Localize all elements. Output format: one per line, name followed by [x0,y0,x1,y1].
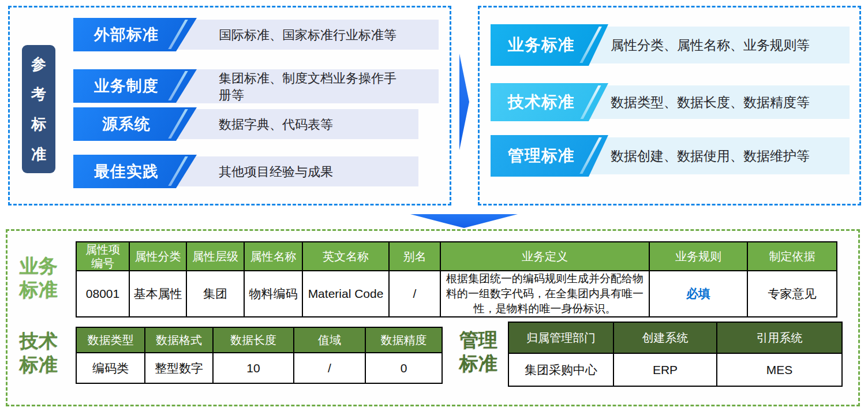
column-header: 归属管理部门 [508,322,613,353]
column-header: 制定依据 [747,242,837,271]
reference-row-label: 最佳实践 [94,161,159,182]
table-cell: / [294,353,365,383]
table-row: 编码类 整型数字 10 / 0 [76,353,442,383]
standards-slide: 参考标准 国际标准、国家标准行业标准等 外部标准 集团标准、制度文档业务操作手册… [0,0,868,411]
category-row-label: 管理标准 [508,145,575,167]
column-header: 别名 [389,242,440,271]
table-cell: 整型数字 [145,353,213,383]
reference-row-badge: 最佳实践 [73,155,197,188]
reference-row-source-system: 数据字典、代码表等 源系统 [10,107,450,141]
category-row-badge: 管理标准 [491,135,608,177]
table-row: 08001 基本属性 集团 物料编码 Material Code / 根据集团统… [76,271,837,317]
table-header-row: 归属管理部门 创建系统 引用系统 [508,322,842,353]
reference-row-label: 业务制度 [94,76,159,96]
table-cell: 0 [365,353,442,383]
table-header-row: 数据类型 数据格式 数据长度 值域 数据精度 [76,327,442,353]
column-header: 业务规则 [649,242,747,271]
column-header: 数据长度 [213,327,294,353]
technical-standard-section-label: 技术标准 [14,329,63,376]
business-standard-section-label: 业务标准 [14,254,63,301]
right-pointer-arrow-icon [459,54,469,150]
reference-row-badge: 外部标准 [73,18,197,51]
business-standard-table: 属性项编号 属性分类 属性层级 属性名称 英文名称 别名 业务定义 业务规则 制… [76,241,837,317]
reference-row-label: 源系统 [102,114,151,134]
table-cell: 10 [213,353,294,383]
table-row: 集团采购中心 ERP MES [508,353,842,386]
table-cell: 集团采购中心 [508,353,613,386]
management-standard-table: 归属管理部门 创建系统 引用系统 集团采购中心 ERP MES [508,322,843,387]
category-row-management: 数据创建、数据使用、数据维护等 管理标准 [480,135,859,177]
standards-categories-panel: 属性分类、属性名称、业务规则等 业务标准 数据类型、数据长度、数据精度等 技术标… [478,6,861,206]
category-row-label: 技术标准 [508,91,575,113]
table-cell: 08001 [76,271,129,317]
reference-row-external: 国际标准、国家标准行业标准等 外部标准 [10,18,450,51]
technical-standard-table: 数据类型 数据格式 数据长度 值域 数据精度 编码类 整型数字 10 / 0 [76,327,443,384]
column-header: 创建系统 [613,322,717,353]
table-cell: 专家意见 [747,271,837,317]
table-cell: Material Code [302,271,389,317]
reference-row-label: 外部标准 [94,24,159,45]
column-header: 值域 [294,327,365,353]
table-cell: 集团 [186,271,244,317]
table-cell-required: 必填 [649,271,747,317]
table-cell: / [389,271,440,317]
table-cell: MES [717,353,842,386]
reference-row-business-system: 集团标准、制度文档业务操作手册等 业务制度 [10,68,450,105]
table-cell: ERP [613,353,717,386]
column-header: 属性项编号 [76,242,129,271]
category-row-badge: 业务标准 [491,24,608,66]
column-header: 英文名称 [302,242,389,271]
management-standard-section-label: 管理标准 [454,328,503,375]
column-header: 属性名称 [244,242,302,271]
category-row-technical: 数据类型、数据长度、数据精度等 技术标准 [480,83,859,121]
category-row-business: 属性分类、属性名称、业务规则等 业务标准 [480,24,859,66]
table-cell: 物料编码 [244,271,302,317]
reference-row-badge: 源系统 [73,107,197,141]
reference-row-badge: 业务制度 [73,69,197,103]
reference-standards-panel: 参考标准 国际标准、国家标准行业标准等 外部标准 集团标准、制度文档业务操作手册… [8,6,451,206]
column-header: 数据格式 [145,327,213,353]
table-header-row: 属性项编号 属性分类 属性层级 属性名称 英文名称 别名 业务定义 业务规则 制… [76,242,837,271]
reference-row-best-practice: 其他项目经验与成果 最佳实践 [10,155,450,188]
column-header: 数据精度 [365,327,442,353]
column-header: 引用系统 [717,322,842,353]
column-header: 属性层级 [186,242,244,271]
standards-detail-panel: 业务标准 属性项编号 属性分类 属性层级 属性名称 英文名称 别名 业务定义 业… [6,229,860,406]
column-header: 属性分类 [129,242,186,271]
category-row-badge: 技术标准 [491,83,608,121]
table-cell: 编码类 [76,353,145,383]
table-cell-business-definition: 根据集团统一的编码规则生成并分配给物料的一组数字代码，在全集团内具有唯一性，是物… [440,271,649,317]
category-row-label: 业务标准 [508,34,575,56]
table-cell: 基本属性 [129,271,186,317]
column-header: 数据类型 [76,327,145,353]
column-header: 业务定义 [440,242,649,271]
down-arrow-icon [410,214,518,228]
